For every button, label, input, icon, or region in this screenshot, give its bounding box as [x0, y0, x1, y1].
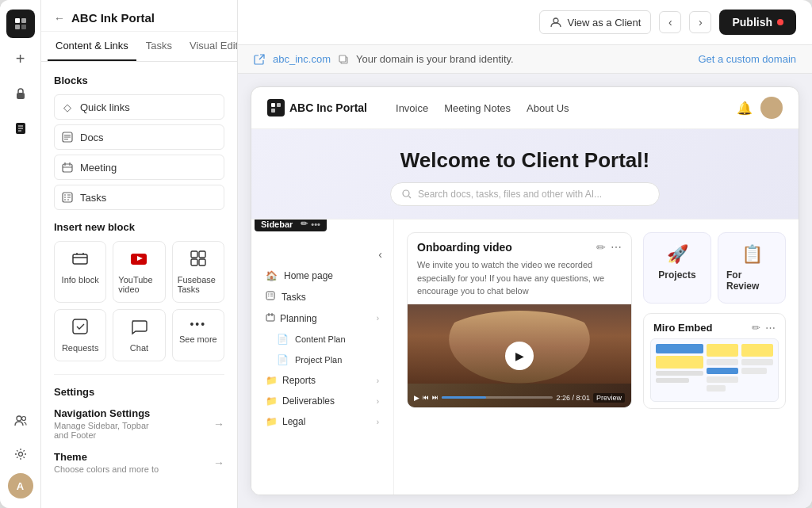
- icon-bar: +: [0, 0, 41, 508]
- svg-rect-43: [277, 103, 281, 107]
- sidebar-tabs: Content & Links Tasks Visual Editor Sett…: [41, 32, 237, 62]
- settings-section-title: Settings: [54, 386, 224, 398]
- nav-settings-title: Navigation Settings: [54, 407, 150, 419]
- svg-rect-27: [73, 254, 87, 264]
- preview-body: Sidebar ✏ ••• ‹ 🏠 Home page: [251, 220, 799, 495]
- notebook-icon[interactable]: [6, 114, 35, 143]
- insert-chat-label: Chat: [130, 343, 148, 353]
- ps-item-tasks[interactable]: Tasks: [259, 286, 385, 307]
- insert-requests[interactable]: Requests: [54, 309, 106, 361]
- block-quick-links[interactable]: ◇ Quick links: [54, 94, 224, 120]
- svg-rect-37: [73, 319, 87, 334]
- insert-see-more[interactable]: ••• See more: [172, 309, 224, 361]
- insert-fusebase[interactable]: Fusebase Tasks: [172, 241, 224, 303]
- qa-for-review[interactable]: 📋 For Review: [718, 232, 786, 304]
- user-circle-icon: [550, 16, 562, 29]
- block-meeting[interactable]: Meeting: [54, 155, 224, 180]
- custom-domain-cta[interactable]: Get a custom domain: [698, 53, 796, 65]
- nav-settings-desc: Manage Sidebar, Topbarand Footer: [54, 421, 150, 440]
- theme-settings-item[interactable]: Theme Choose colors and more to →: [54, 451, 224, 474]
- insert-youtube[interactable]: YouTube video: [113, 241, 165, 303]
- ps-item-deliverables[interactable]: 📁 Deliverables ›: [259, 391, 385, 411]
- ps-project-plan-label: Project Plan: [295, 355, 342, 365]
- onboarding-more-icon[interactable]: ⋯: [611, 241, 622, 254]
- settings-icon[interactable]: [6, 440, 35, 468]
- preview-content-left: Onboarding video ✏ ⋯ We invite you to wa…: [407, 232, 632, 482]
- ps-item-content-plan[interactable]: 📄 Content Plan: [259, 329, 385, 349]
- users-icon[interactable]: [6, 407, 35, 435]
- tab-content-links[interactable]: Content & Links: [48, 32, 136, 61]
- preview-nav-invoice[interactable]: Invoice: [396, 102, 428, 114]
- nav-next-button[interactable]: ›: [689, 11, 711, 33]
- svg-line-39: [259, 55, 264, 59]
- qa-projects[interactable]: 🚀 Projects: [643, 232, 711, 304]
- chat-icon: [130, 318, 147, 339]
- nav-settings-item[interactable]: Navigation Settings Manage Sidebar, Topb…: [54, 407, 224, 440]
- domain-url[interactable]: abc_inc.com: [273, 53, 331, 65]
- tab-tasks[interactable]: Tasks: [138, 32, 180, 61]
- insert-info-block[interactable]: Info block: [54, 241, 106, 303]
- domain-bar: abc_inc.com Your domain is your brand id…: [238, 45, 812, 74]
- insert-chat[interactable]: Chat: [113, 309, 165, 361]
- miro-card-body: [644, 338, 785, 408]
- svg-point-45: [403, 190, 409, 197]
- miro-card-header: Miro Embed ✏ ⋯: [644, 314, 785, 338]
- bell-icon: 🔔: [737, 101, 753, 116]
- top-bar: View as a Client ‹ › Publish: [238, 0, 812, 45]
- info-block-icon: [71, 250, 89, 271]
- add-icon[interactable]: +: [6, 44, 35, 73]
- main-content: View as a Client ‹ › Publish abc_inc.com…: [238, 0, 812, 508]
- preview-nav-meeting-notes[interactable]: Meeting Notes: [444, 102, 511, 114]
- sidebar-more-icon[interactable]: •••: [311, 220, 320, 229]
- qa-for-review-label: For Review: [726, 269, 777, 292]
- logo-icon[interactable]: [6, 10, 35, 38]
- video-thumbnail[interactable]: ▶ ▶ ⏮ ⏭ 2:26 / 8:01: [408, 304, 631, 407]
- ps-item-reports[interactable]: 📁 Reports ›: [259, 370, 385, 391]
- preview-nav-about[interactable]: About Us: [527, 102, 569, 114]
- insert-youtube-label: YouTube video: [118, 275, 159, 294]
- user-avatar[interactable]: A: [8, 473, 33, 498]
- miro-more-icon[interactable]: ⋯: [765, 322, 776, 334]
- nav-prev-button[interactable]: ‹: [659, 11, 681, 33]
- theme-settings-left: Theme Choose colors and more to: [54, 451, 159, 474]
- preview-search-bar[interactable]: Search docs, tasks, files and other with…: [390, 182, 660, 206]
- svg-point-10: [21, 417, 25, 421]
- tab-visual-editor[interactable]: Visual Editor: [182, 32, 238, 61]
- sidebar-edit-icon[interactable]: ✏: [301, 220, 308, 229]
- ps-item-chevron[interactable]: ‹: [259, 243, 385, 265]
- back-button[interactable]: ←: [54, 12, 65, 25]
- preview-nav-right: 🔔: [737, 97, 783, 119]
- sidebar-badge: Sidebar ✏ •••: [255, 220, 327, 231]
- svg-rect-3: [21, 25, 26, 29]
- ps-legal-label: Legal: [282, 416, 305, 427]
- view-client-button[interactable]: View as a Client: [539, 10, 651, 34]
- svg-rect-47: [266, 292, 274, 300]
- onboarding-edit-icon[interactable]: ✏: [596, 241, 606, 254]
- home-icon: 🏠: [266, 270, 278, 281]
- block-docs[interactable]: Docs: [54, 124, 224, 150]
- miro-thumbnail: [650, 338, 779, 402]
- ps-item-legal[interactable]: 📁 Legal ›: [259, 411, 385, 432]
- lock-icon[interactable]: [6, 79, 35, 108]
- ps-item-project-plan[interactable]: 📄 Project Plan: [259, 349, 385, 370]
- preview-portal-name: ABC Inc Portal: [289, 101, 367, 114]
- ps-item-planning[interactable]: Planning ›: [259, 307, 385, 329]
- portal-preview: ABC Inc Portal Invoice Meeting Notes Abo…: [238, 74, 812, 508]
- svg-rect-2: [15, 25, 20, 29]
- svg-point-38: [553, 18, 558, 23]
- svg-point-11: [18, 453, 22, 456]
- preview-main: Onboarding video ✏ ⋯ We invite you to wa…: [394, 220, 799, 495]
- copy-icon[interactable]: [339, 55, 348, 64]
- insert-fusebase-label: Fusebase Tasks: [178, 275, 219, 294]
- ps-item-homepage[interactable]: 🏠 Home page: [259, 265, 385, 286]
- miro-edit-icon[interactable]: ✏: [752, 322, 760, 334]
- block-docs-label: Docs: [80, 132, 104, 143]
- svg-rect-35: [191, 259, 197, 265]
- svg-point-9: [17, 416, 21, 421]
- search-icon: [402, 189, 412, 199]
- play-button[interactable]: ▶: [505, 342, 534, 370]
- nav-settings-arrow: →: [213, 418, 224, 430]
- block-tasks[interactable]: Tasks: [54, 185, 224, 210]
- top-bar-right: View as a Client ‹ › Publish: [539, 10, 796, 35]
- publish-button[interactable]: Publish: [719, 10, 796, 35]
